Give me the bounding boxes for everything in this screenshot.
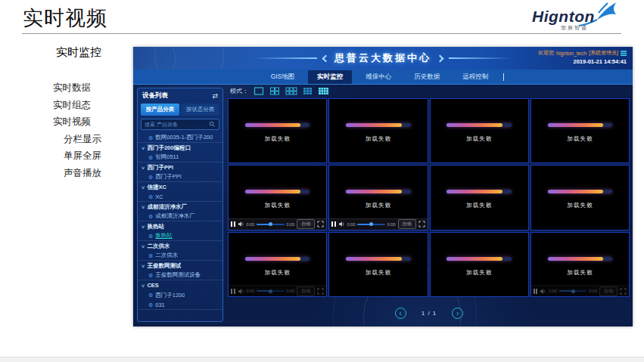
next-page-button[interactable]: › bbox=[452, 308, 463, 319]
tree-group[interactable]: ∨信捷XC bbox=[138, 182, 222, 192]
video-tile[interactable]: 加载失败 bbox=[430, 98, 529, 163]
sidebar-item-audio-play[interactable]: 声音播放 bbox=[64, 165, 132, 182]
tree-leaf[interactable]: ⚙XC bbox=[138, 192, 222, 202]
time-elapsed: 0:00 bbox=[347, 222, 356, 227]
tree-group[interactable]: ∨换热站 bbox=[138, 221, 222, 231]
video-grid: 加载失败 加载失败 加载失败 加载失败 bbox=[228, 98, 630, 297]
auto-button[interactable]: 自动 bbox=[297, 286, 315, 296]
device-tree: ⚙数网0035-1-西门子200 ∨西门子200编程口 ⚙智网0511 ∨西门子… bbox=[138, 131, 222, 310]
tree-leaf[interactable]: ⚙二次供水 bbox=[138, 251, 222, 261]
sidebar-item-realtime-data[interactable]: 实时数据 bbox=[53, 79, 132, 97]
pause-button[interactable] bbox=[231, 221, 235, 227]
video-tile[interactable]: 加载失败 bbox=[430, 165, 529, 230]
video-tile[interactable]: 加载失败 bbox=[228, 98, 327, 163]
device-icon: ⚙ bbox=[148, 273, 153, 278]
device-icon: ⚙ bbox=[148, 175, 153, 180]
layout-3x3-icon[interactable] bbox=[303, 87, 313, 95]
sidebar-item-single-fullscreen[interactable]: 单屏全屏 bbox=[64, 147, 132, 165]
volume-icon[interactable] bbox=[338, 221, 345, 227]
video-tile[interactable]: 加载失败 bbox=[530, 165, 630, 230]
tree-leaf[interactable]: ⚙王俊数网测试设备 bbox=[138, 271, 222, 280]
seek-slider[interactable] bbox=[559, 290, 586, 292]
fullscreen-icon[interactable] bbox=[620, 288, 627, 295]
auto-button[interactable]: 自动 bbox=[297, 219, 315, 229]
time-total: 0:00 bbox=[287, 289, 295, 293]
chevron-down-icon: ∨ bbox=[141, 184, 145, 190]
layout-2x2-icon[interactable] bbox=[269, 87, 280, 95]
tree-leaf[interactable]: ⚙031 bbox=[138, 300, 222, 310]
fullscreen-icon[interactable] bbox=[317, 221, 324, 227]
layout-2x3-icon[interactable] bbox=[285, 87, 297, 95]
tab-by-product[interactable]: 按产品分类 bbox=[141, 104, 179, 116]
tab-realtime-monitor[interactable]: 实时监控 bbox=[308, 70, 352, 84]
layout-1x1-icon[interactable] bbox=[254, 87, 264, 95]
video-tile[interactable]: 加载失败 0:00 0:00 自动 bbox=[530, 232, 630, 297]
collapse-panel-icon[interactable]: ⇄ bbox=[212, 93, 218, 99]
video-tile[interactable]: 加载失败 bbox=[530, 98, 630, 163]
tree-leaf[interactable]: ⚙数网0035-1-西门子200 bbox=[138, 133, 222, 143]
time-elapsed: 0:00 bbox=[247, 289, 255, 293]
fullscreen-icon[interactable] bbox=[418, 221, 425, 227]
user-role: [系统管理员] bbox=[589, 49, 618, 57]
chevron-down-icon: ∨ bbox=[141, 224, 145, 229]
tree-leaf[interactable]: ⚙西门子PPI bbox=[138, 172, 222, 182]
device-icon: ⚙ bbox=[148, 155, 153, 160]
loading-bar bbox=[245, 123, 310, 127]
video-tile[interactable]: 加载失败 0:00 0:00 自动 bbox=[328, 165, 428, 230]
tab-by-status[interactable]: 按状态分类 bbox=[181, 104, 219, 116]
pause-button[interactable] bbox=[534, 289, 538, 294]
search-icon[interactable] bbox=[209, 121, 216, 128]
pause-button[interactable] bbox=[231, 289, 235, 294]
tab-maintenance-center[interactable]: 维保中心 bbox=[356, 70, 400, 84]
tile-status: 加载失败 bbox=[531, 202, 629, 209]
tab-history-data[interactable]: 历史数据 bbox=[405, 70, 449, 84]
video-player-controls: 0:00 0:00 自动 bbox=[229, 218, 326, 230]
tree-leaf[interactable]: ⚙成都清沂净水厂 bbox=[138, 212, 222, 221]
user-menu-icon[interactable] bbox=[621, 51, 627, 56]
tile-status: 加载失败 bbox=[229, 202, 326, 209]
tree-leaf[interactable]: ⚙西门子1200 bbox=[138, 290, 222, 300]
layout-3x4-icon[interactable] bbox=[318, 87, 330, 95]
datetime: 2019-01-21 14:54:41 bbox=[538, 58, 627, 65]
tab-remote-control[interactable]: 远程控制 bbox=[453, 70, 497, 84]
tile-status: 加载失败 bbox=[531, 269, 629, 277]
prev-page-button[interactable]: ‹ bbox=[395, 308, 406, 319]
chevron-down-icon: ∨ bbox=[141, 204, 145, 209]
video-tile[interactable]: 加载失败 bbox=[430, 232, 529, 297]
seek-slider[interactable] bbox=[357, 224, 384, 225]
fullscreen-icon[interactable] bbox=[317, 288, 324, 295]
volume-icon[interactable] bbox=[540, 288, 546, 295]
video-player-controls: 0:00 0:00 自动 bbox=[531, 285, 629, 296]
video-tile[interactable]: 加载失败 bbox=[328, 98, 428, 163]
tree-group[interactable]: ∨王俊数网测试 bbox=[138, 261, 222, 271]
video-tile[interactable]: 加载失败 0:00 0:00 自动 bbox=[228, 232, 327, 297]
pause-button[interactable] bbox=[331, 221, 336, 227]
tree-leaf[interactable]: ⚙智网0511 bbox=[138, 153, 222, 162]
tab-gis-map[interactable]: GIS地图 bbox=[262, 70, 304, 84]
tree-leaf-selected[interactable]: ⚙换热站 bbox=[138, 231, 222, 241]
video-player-controls: 0:00 0:00 自动 bbox=[229, 285, 326, 296]
deco-chevron-left bbox=[322, 54, 330, 62]
volume-icon[interactable] bbox=[238, 288, 244, 295]
tree-group[interactable]: ∨成都清沂净水厂 bbox=[138, 202, 222, 212]
tree-group[interactable]: ∨西门子200编程口 bbox=[138, 143, 222, 153]
search-input[interactable] bbox=[145, 122, 209, 127]
sidebar-item-realtime-video[interactable]: 实时视频 bbox=[53, 113, 132, 131]
tile-status: 加载失败 bbox=[229, 135, 326, 143]
time-elapsed: 0:00 bbox=[549, 289, 557, 293]
auto-button[interactable]: 自动 bbox=[398, 219, 416, 229]
loading-bar bbox=[548, 123, 612, 127]
tree-group[interactable]: ∨西门子PPI bbox=[138, 162, 222, 172]
auto-button[interactable]: 自动 bbox=[599, 286, 618, 296]
mode-row: 模式： bbox=[230, 87, 330, 95]
sidebar-item-split-display[interactable]: 分栏显示 bbox=[64, 131, 132, 148]
tree-group[interactable]: ∨二次供水 bbox=[138, 241, 222, 251]
page: 实时视频 Hignton 华辰智通 实时监控 实时数据 实时组态 实时视频 分栏… bbox=[0, 0, 644, 362]
video-tile[interactable]: 加载失败 0:00 0:00 自动 bbox=[228, 165, 327, 230]
sidebar-item-realtime-config[interactable]: 实时组态 bbox=[53, 97, 132, 114]
video-tile[interactable]: 加载失败 bbox=[328, 232, 428, 297]
tree-group[interactable]: ∨CES bbox=[138, 280, 222, 290]
volume-icon[interactable] bbox=[238, 221, 244, 227]
seek-slider[interactable] bbox=[257, 290, 284, 292]
seek-slider[interactable] bbox=[257, 224, 284, 225]
